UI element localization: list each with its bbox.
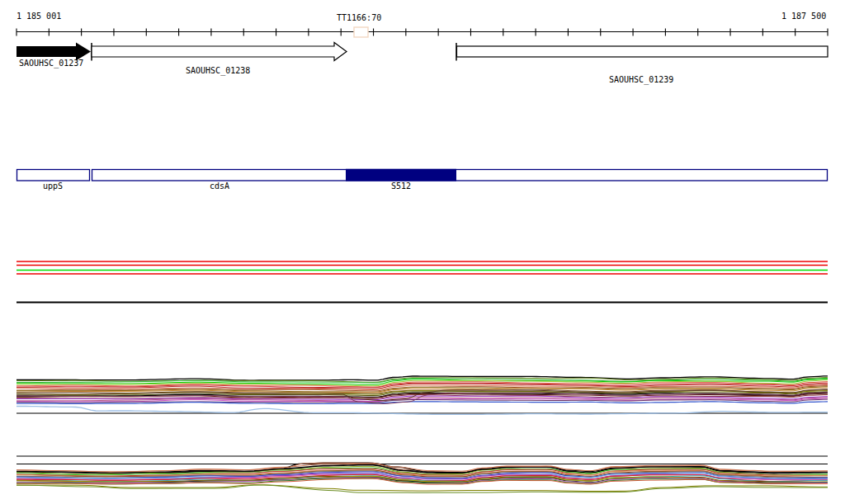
expression-band-upper	[17, 376, 828, 415]
expression-trace	[17, 485, 828, 492]
feature-box-s512[interactable]	[346, 169, 456, 181]
gene-label-saouhsc-01238: SAOUHSC_01238	[186, 66, 250, 75]
browser-graphics	[0, 0, 845, 504]
genome-browser-canvas: 1 185 001 TT1166:70 1 187 500 SAOUHSC_01…	[0, 0, 845, 504]
feature-box-cdsa[interactable]	[92, 170, 828, 181]
marker-box[interactable]	[354, 27, 368, 37]
profile-lines	[17, 261, 828, 464]
marker-label: TT1166:70	[337, 13, 381, 22]
gene-label-saouhsc-01239: SAOUHSC_01239	[609, 75, 673, 84]
gene-box-saouhsc-01239[interactable]	[457, 46, 828, 57]
gene-track	[17, 43, 828, 61]
expression-band-lower	[17, 463, 828, 492]
feature-label-s512: S512	[391, 181, 411, 191]
feature-box-upps[interactable]	[17, 170, 90, 181]
feature-track	[17, 169, 828, 181]
gene-arrow-saouhsc-01238[interactable]	[92, 43, 347, 61]
gene-label-saouhsc-01237: SAOUHSC_01237	[19, 59, 83, 68]
feature-label-upps: uppS	[43, 181, 63, 191]
feature-label-cdsa: cdsA	[210, 181, 229, 191]
ruler	[17, 29, 828, 36]
coord-label-right: 1 187 500	[781, 12, 826, 21]
coord-label-left: 1 185 001	[17, 12, 61, 21]
